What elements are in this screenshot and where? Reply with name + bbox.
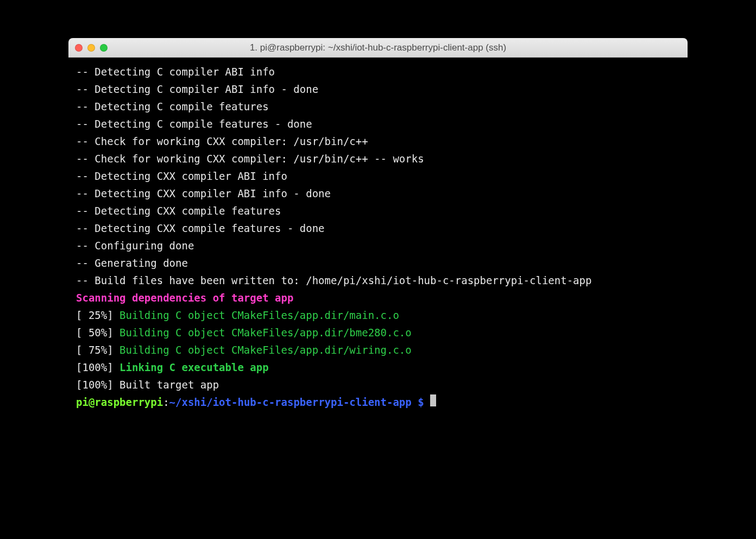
cursor-icon: [430, 394, 436, 406]
output-line-scan: Scanning dependencies of target app: [76, 289, 680, 306]
output-line-build: [ 50%] Building C object CMakeFiles/app.…: [76, 324, 680, 341]
output-line: -- Check for working CXX compiler: /usr/…: [76, 133, 680, 150]
output-line-built: [100%] Built target app: [76, 376, 680, 393]
prompt-colon: :: [163, 396, 169, 408]
build-step: Building C object CMakeFiles/app.dir/mai…: [119, 309, 399, 321]
output-line-build: [ 25%] Building C object CMakeFiles/app.…: [76, 306, 680, 324]
output-line: -- Detecting CXX compiler ABI info: [76, 167, 680, 185]
output-line: -- Configuring done: [76, 237, 680, 254]
progress-percent: [100%]: [76, 361, 119, 373]
terminal-window: 1. pi@raspberrypi: ~/xshi/iot-hub-c-rasp…: [68, 38, 688, 481]
built-step: Built target app: [119, 379, 219, 391]
progress-percent: [100%]: [76, 379, 119, 391]
output-line: -- Generating done: [76, 254, 680, 272]
output-line-link: [100%] Linking C executable app: [76, 359, 680, 376]
prompt-line[interactable]: pi@raspberrypi:~/xshi/iot-hub-c-raspberr…: [76, 393, 680, 411]
prompt-user: pi@raspberrypi: [76, 396, 163, 408]
build-step: Building C object CMakeFiles/app.dir/bme…: [119, 327, 412, 339]
output-line: -- Detecting CXX compile features - done: [76, 220, 680, 237]
maximize-icon[interactable]: [100, 44, 108, 52]
output-line: -- Detecting CXX compiler ABI info - don…: [76, 185, 680, 202]
progress-percent: [ 75%]: [76, 344, 119, 356]
output-line: -- Detecting C compiler ABI info - done: [76, 80, 680, 98]
progress-percent: [ 50%]: [76, 327, 119, 339]
build-step: Building C object CMakeFiles/app.dir/wir…: [119, 344, 412, 356]
link-step: Linking C executable app: [119, 361, 269, 373]
title-bar[interactable]: 1. pi@raspberrypi: ~/xshi/iot-hub-c-rasp…: [68, 38, 688, 58]
output-line: -- Detecting C compiler ABI info: [76, 63, 680, 80]
prompt-path: ~/xshi/iot-hub-c-raspberrypi-client-app …: [169, 396, 430, 408]
close-icon[interactable]: [75, 44, 83, 52]
output-line: -- Detecting C compile features: [76, 98, 680, 115]
progress-percent: [ 25%]: [76, 309, 119, 321]
output-line: -- Check for working CXX compiler: /usr/…: [76, 150, 680, 167]
output-line: -- Detecting C compile features - done: [76, 115, 680, 133]
output-line: -- Build files have been written to: /ho…: [76, 272, 680, 289]
output-line-build: [ 75%] Building C object CMakeFiles/app.…: [76, 341, 680, 359]
minimize-icon[interactable]: [87, 44, 95, 52]
traffic-lights: [75, 44, 108, 52]
output-line: -- Detecting CXX compile features: [76, 202, 680, 220]
terminal-body[interactable]: -- Detecting C compiler ABI info -- Dete…: [68, 58, 688, 481]
window-title: 1. pi@raspberrypi: ~/xshi/iot-hub-c-rasp…: [68, 42, 688, 53]
